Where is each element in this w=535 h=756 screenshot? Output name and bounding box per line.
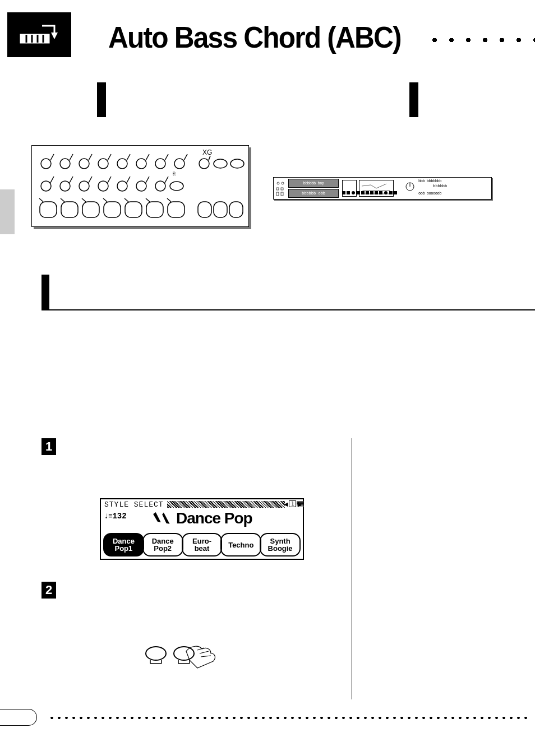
svg-point-22 xyxy=(282,182,284,184)
step-1-marker: 1 xyxy=(41,438,56,455)
intro-bar-right xyxy=(409,82,418,117)
lcd-tab-1[interactable]: Dance Pop1 xyxy=(103,533,144,556)
svg-rect-34 xyxy=(370,191,373,194)
lcd-tab-5[interactable]: Synth Boogie xyxy=(260,533,301,556)
svg-point-42 xyxy=(146,647,166,660)
svg-rect-0 xyxy=(21,35,49,43)
mini-zone1-top: bbbbbb bop xyxy=(288,179,339,188)
step-2-num: 2 xyxy=(45,583,52,597)
svg-rect-16 xyxy=(146,202,163,217)
svg-point-8 xyxy=(230,159,244,168)
svg-text:XG: XG xyxy=(202,149,212,156)
panel-left: XG ⎘ xyxy=(31,145,249,227)
svg-point-43 xyxy=(174,647,194,660)
style-deco-left-icon xyxy=(150,508,173,528)
title-dots-overflow xyxy=(426,38,535,42)
svg-rect-32 xyxy=(361,191,365,194)
svg-point-7 xyxy=(214,159,227,168)
page-tab xyxy=(0,189,15,234)
svg-rect-36 xyxy=(379,191,382,194)
page-title: Auto Bass Chord (ABC) xyxy=(108,17,406,55)
button-press-illustration xyxy=(144,643,222,677)
svg-rect-20 xyxy=(229,202,243,217)
mini-right1-bot: bbbbbb xyxy=(433,184,447,188)
lcd-tab-3[interactable]: Euro- beat xyxy=(182,533,223,556)
svg-rect-15 xyxy=(125,202,142,217)
mini-right2-top: oob oooooob xyxy=(418,191,441,196)
svg-rect-24 xyxy=(281,188,283,190)
lcd-header: STYLE SELECT xyxy=(104,500,164,509)
footer-dots xyxy=(48,716,531,720)
svg-marker-5 xyxy=(51,33,58,39)
lcd-style-row: Dance Pop xyxy=(151,509,252,527)
svg-rect-35 xyxy=(375,191,378,194)
svg-rect-31 xyxy=(357,191,360,194)
svg-rect-26 xyxy=(281,192,283,196)
lcd-bpm: ♩=132 xyxy=(104,512,127,521)
svg-rect-18 xyxy=(198,202,211,217)
lcd-style-name: Dance Pop xyxy=(176,509,252,527)
section-icon xyxy=(7,12,71,57)
title-text: Auto Bass Chord (ABC) xyxy=(108,20,401,54)
lcd-bpm-value: 132 xyxy=(112,512,126,521)
svg-rect-33 xyxy=(366,191,369,194)
step-2-marker: 2 xyxy=(41,582,56,599)
lcd-ribbon xyxy=(167,501,285,508)
svg-text:⎘: ⎘ xyxy=(173,171,176,177)
lcd-tab-2[interactable]: Dance Pop2 xyxy=(142,533,183,556)
svg-rect-14 xyxy=(104,202,121,217)
svg-rect-25 xyxy=(276,192,279,196)
column-divider xyxy=(352,438,352,699)
lcd-page-icon: ◀ 1 ▶ xyxy=(284,500,301,508)
section-rule xyxy=(41,309,535,310)
svg-rect-28 xyxy=(342,191,345,194)
svg-rect-17 xyxy=(168,202,185,217)
svg-rect-11 xyxy=(40,202,57,217)
mini-zone1-bot: bbbbbb obb xyxy=(288,189,339,198)
svg-point-37 xyxy=(384,191,388,194)
svg-rect-29 xyxy=(347,191,350,194)
step-1-num: 1 xyxy=(45,439,52,454)
svg-rect-38 xyxy=(389,191,393,194)
svg-point-30 xyxy=(352,191,355,194)
intro-bar-left xyxy=(97,82,106,117)
svg-rect-13 xyxy=(82,202,99,217)
panel-right: bbbbbb bop bbbbbb obb bbb bbbbbbb bbbbbb… xyxy=(273,177,492,200)
page-number-tab xyxy=(0,709,37,726)
svg-rect-39 xyxy=(394,191,397,194)
svg-rect-19 xyxy=(214,202,227,217)
lcd-box: STYLE SELECT ◀ 1 ▶ ♩=132 Dance Pop Dance… xyxy=(100,498,304,560)
lcd-tabs: Dance Pop1 Dance Pop2 Euro- beat Techno … xyxy=(103,533,301,556)
svg-rect-23 xyxy=(276,188,279,190)
lcd-page-num: 1 xyxy=(289,500,296,507)
svg-point-21 xyxy=(277,182,279,184)
svg-rect-12 xyxy=(61,202,78,217)
svg-point-10 xyxy=(170,182,183,191)
lcd-tab-4[interactable]: Techno xyxy=(220,533,261,556)
mini-right1-top: bbb bbbbbbb xyxy=(418,179,441,183)
section-bar xyxy=(41,275,49,310)
